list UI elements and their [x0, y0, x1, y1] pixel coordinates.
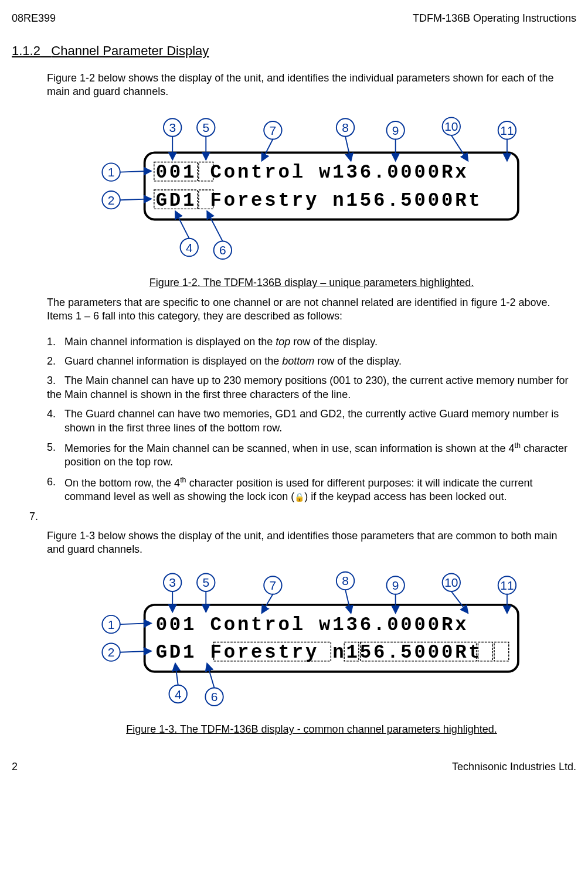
svg-text:7: 7 [269, 124, 276, 137]
header-right: TDFM-136B Operating Instructions [413, 12, 576, 25]
svg-text:2: 2 [107, 193, 114, 206]
list-item-1: 1. Main channel information is displayed… [47, 335, 576, 349]
footer-page-number: 2 [12, 760, 18, 774]
paragraph-2: The parameters that are specific to one … [47, 296, 576, 324]
svg-text:5: 5 [202, 576, 209, 589]
figure-1-3: 001 Control w136.0000Rx GD1 Forestry n15… [47, 569, 576, 737]
intro-paragraph-1: Figure 1-2 below shows the display of th… [47, 72, 576, 99]
list-item-3: 3.The Main channel can have up to 230 me… [12, 374, 576, 402]
figure-1-2-svg: 001 Control w136.0000Rx GD1 Forestry n15… [83, 111, 541, 267]
list-num-2: 2. [47, 355, 64, 368]
svg-text:9: 9 [392, 579, 399, 592]
svg-text:3: 3 [169, 121, 176, 134]
figure-1-3-svg: 001 Control w136.0000Rx GD1 Forestry n15… [83, 569, 541, 713]
page-footer: 2 Technisonic Industries Ltd. [12, 760, 576, 774]
svg-text:8: 8 [342, 574, 349, 587]
svg-text:11: 11 [500, 124, 514, 137]
figure-1-3-caption: Figure 1-3. The TDFM-136B display - comm… [126, 723, 497, 736]
svg-text:001 Control  w136.0000Rx: 001 Control w136.0000Rx [155, 614, 468, 635]
section-heading: 1.1.2 Channel Parameter Display [12, 43, 576, 60]
svg-text:9: 9 [392, 124, 399, 137]
figure-1-2: 001 Control w136.0000Rx GD1 Forestry n15… [47, 111, 576, 290]
svg-text:11: 11 [500, 579, 514, 592]
svg-text:8: 8 [342, 121, 349, 134]
list-item-4: 4. The Guard channel can have two memori… [47, 407, 576, 435]
svg-text:1: 1 [107, 165, 114, 179]
svg-text:2: 2 [107, 645, 114, 659]
list-num-7: 7. [29, 510, 47, 523]
svg-text:GD1 Forestry n156.5000Rt: GD1 Forestry n156.5000Rt [155, 189, 482, 211]
paragraph-3: Figure 1-3 below shows the display of th… [47, 529, 576, 557]
list-item-6: 6. On the bottom row, the 4th character … [47, 475, 576, 504]
list-item-7: 7. [47, 510, 576, 523]
svg-text:GD1 Forestry n156.5000Rt: GD1 Forestry n156.5000Rt [155, 642, 482, 664]
list-num-5: 5. [47, 441, 64, 469]
list-num-1: 1. [47, 335, 64, 349]
lcd1-mem: 001 Control w136.0000Rx [155, 162, 468, 183]
header-left: 08RE399 [12, 12, 56, 25]
svg-text:6: 6 [219, 243, 226, 257]
list-num-6: 6. [47, 475, 64, 504]
svg-text:10: 10 [444, 120, 458, 133]
list-num-3: 3. [47, 374, 64, 387]
svg-text:1: 1 [107, 617, 114, 631]
svg-text:001 Control  w136.0000Rx: 001 Control w136.0000Rx [155, 162, 468, 183]
list-item-5: 5. Memories for the Main channel can be … [47, 441, 576, 469]
section-number: 1.1.2 [12, 43, 40, 58]
section-title-text: Channel Parameter Display [51, 43, 209, 58]
svg-text:10: 10 [444, 576, 458, 589]
lock-icon: 🔒 [294, 492, 304, 502]
svg-text:4: 4 [185, 240, 192, 254]
figure-1-2-caption: Figure 1-2. The TDFM-136B display – uniq… [149, 276, 474, 290]
svg-text:6: 6 [210, 690, 217, 703]
page-header: 08RE399 TDFM-136B Operating Instructions [12, 12, 576, 25]
lcd1-line2: GD1 Forestry n156.5000Rt [155, 189, 482, 211]
svg-text:7: 7 [269, 579, 276, 592]
svg-text:5: 5 [202, 121, 209, 134]
svg-text:3: 3 [169, 576, 176, 589]
svg-text:4: 4 [174, 687, 181, 700]
footer-company: Technisonic Industries Ltd. [452, 760, 576, 774]
lcd2-line2: GD1 Forestry n156.5000Rt [155, 642, 482, 664]
list-num-4: 4. [47, 407, 64, 435]
list-item-2: 2. Guard channel information is displaye… [47, 355, 576, 368]
lcd2-line1: 001 Control w136.0000Rx [155, 614, 468, 635]
